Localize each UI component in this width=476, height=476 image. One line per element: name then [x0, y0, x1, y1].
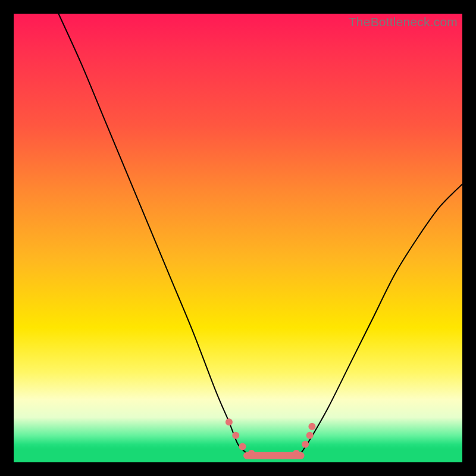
highlight-marker [306, 432, 314, 439]
left-curve [58, 14, 247, 453]
highlight-marker [239, 443, 246, 450]
highlight-marker [279, 452, 286, 459]
chart-frame: TheBottleneck.com [0, 0, 476, 476]
highlight-marker [248, 450, 255, 457]
highlight-marker [226, 418, 233, 425]
highlight-marker [261, 452, 268, 459]
highlight-marker [293, 450, 300, 457]
highlight-marker [308, 423, 315, 430]
right-curve [301, 184, 462, 453]
highlight-marker [232, 432, 239, 439]
chart-svg [14, 14, 462, 462]
highlight-marker [302, 441, 309, 448]
plot-area: TheBottleneck.com [14, 14, 462, 462]
